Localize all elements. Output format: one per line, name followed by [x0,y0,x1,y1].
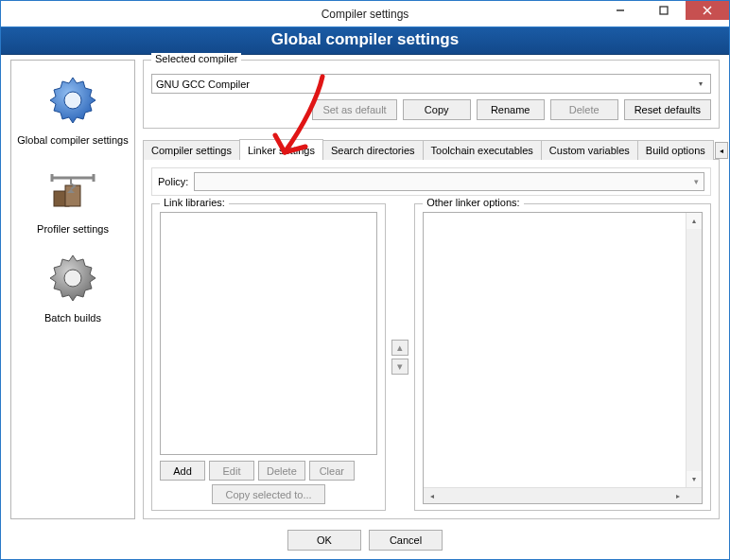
move-up-button[interactable]: ▴ [391,340,408,356]
group-label: Selected compiler [151,53,241,64]
delete-button[interactable]: Delete [550,99,618,120]
set-default-button[interactable]: Set as default [312,99,396,120]
gear-icon [43,70,103,131]
selected-compiler-group: Selected compiler GNU GCC Compiler ▾ Set… [143,60,720,129]
compiler-select[interactable]: GNU GCC Compiler ▾ [151,74,711,94]
batch-gear-icon [43,248,103,308]
compiler-select-value: GNU GCC Compiler [156,79,250,90]
tab-bar: Compiler settings Linker settings Search… [143,138,720,160]
policy-row: Policy: ▾ [151,167,711,196]
policy-select[interactable]: ▾ [194,172,704,191]
horizontal-scrollbar[interactable] [424,487,702,503]
copy-selected-button[interactable]: Copy selected to... [212,484,325,504]
close-button[interactable] [686,1,729,20]
delete-lib-button[interactable]: Delete [258,461,305,481]
banner-title: Global compiler settings [1,26,729,55]
legend: Other linker options: [423,197,523,208]
sidebar-item-global-compiler[interactable]: Global compiler settings [13,66,132,153]
sidebar: Global compiler settings Profiler settin… [10,60,135,519]
svg-point-8 [64,270,81,287]
tab-compiler-settings[interactable]: Compiler settings [143,140,240,160]
chevron-down-icon: ▾ [688,177,704,186]
vertical-scrollbar[interactable] [686,213,702,487]
dialog-footer: OK Cancel [1,519,729,559]
sidebar-item-profiler[interactable]: Profiler settings [13,155,132,242]
clear-button[interactable]: Clear [309,461,355,481]
edit-button[interactable]: Edit [209,461,254,481]
svg-rect-1 [660,7,668,14]
tab-search-directories[interactable]: Search directories [322,140,424,160]
minimize-button[interactable] [599,1,642,20]
sidebar-label: Batch builds [44,312,101,324]
reset-defaults-button[interactable]: Reset defaults [624,99,711,120]
tab-toolchain[interactable]: Toolchain executables [423,140,542,160]
link-libraries-group: Link libraries: Add Edit Delete Clear Co… [151,203,386,511]
ok-button[interactable]: OK [287,530,361,551]
window-controls [599,1,729,20]
rename-button[interactable]: Rename [477,99,545,120]
policy-label: Policy: [158,176,188,187]
tab-scroll-left[interactable]: ◂ [715,142,728,159]
tab-linker-settings[interactable]: Linker settings [239,139,323,160]
move-down-button[interactable]: ▾ [391,359,408,375]
svg-point-4 [64,92,81,109]
add-button[interactable]: Add [160,461,205,481]
tab-custom-vars[interactable]: Custom variables [541,140,638,160]
tab-body: Policy: ▾ Link libraries: Add Edit Delet… [143,160,720,519]
maximize-icon [659,6,669,15]
chevron-down-icon: ▾ [699,79,706,88]
cancel-button[interactable]: Cancel [369,530,443,551]
profiler-icon [43,159,103,219]
other-linker-options-group: Other linker options: [414,203,711,511]
other-linker-textarea[interactable] [423,212,703,504]
sidebar-item-batch[interactable]: Batch builds [13,244,132,331]
reorder-column: ▴ ▾ [391,203,408,511]
tab-build-options[interactable]: Build options [637,140,714,160]
link-libraries-listbox[interactable] [160,212,377,455]
titlebar: Compiler settings [1,1,729,26]
sidebar-label: Profiler settings [37,223,109,235]
sidebar-label: Global compiler settings [17,134,128,146]
minimize-icon [616,6,625,15]
main-panel: Selected compiler GNU GCC Compiler ▾ Set… [143,60,720,519]
legend: Link libraries: [160,197,229,208]
close-icon [703,6,712,15]
copy-button[interactable]: Copy [403,99,471,120]
maximize-button[interactable] [642,1,686,20]
